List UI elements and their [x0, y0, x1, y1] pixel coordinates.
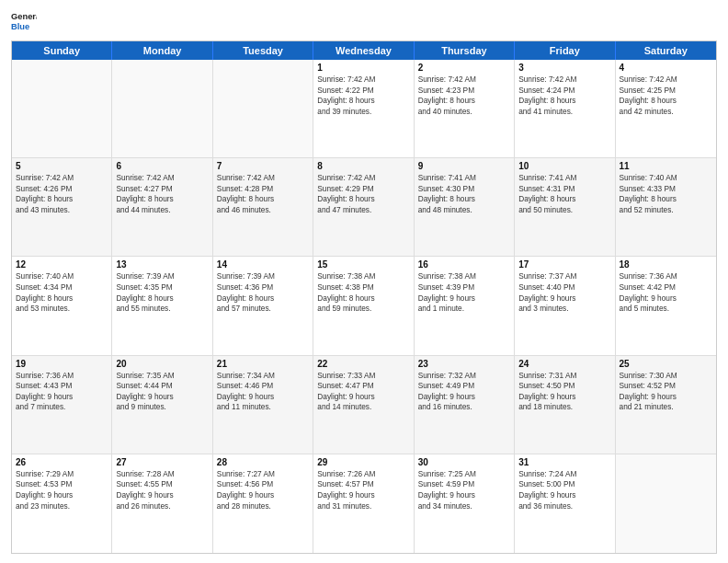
cell-line: Sunset: 4:43 PM — [16, 381, 108, 392]
day-number: 14 — [217, 259, 309, 270]
calendar-cell: 20Sunrise: 7:35 AMSunset: 4:44 PMDayligh… — [112, 356, 212, 454]
cell-line: Sunrise: 7:38 AM — [317, 271, 409, 282]
cell-line: Sunrise: 7:36 AM — [16, 371, 108, 382]
calendar-cell: 18Sunrise: 7:36 AMSunset: 4:42 PMDayligh… — [616, 257, 716, 354]
day-number: 1 — [317, 63, 409, 73]
weekday-header: Friday — [515, 41, 615, 60]
cell-line: Daylight: 8 hours — [317, 194, 409, 205]
cell-line: Daylight: 8 hours — [518, 96, 610, 107]
day-number: 19 — [16, 359, 108, 369]
calendar-cell: 2Sunrise: 7:42 AMSunset: 4:23 PMDaylight… — [415, 60, 515, 157]
weekday-header: Monday — [112, 41, 212, 60]
day-number: 15 — [317, 259, 409, 270]
calendar-cell — [213, 60, 313, 157]
cell-line: Sunrise: 7:34 AM — [217, 371, 309, 382]
cell-line: Daylight: 9 hours — [217, 490, 309, 501]
calendar-cell — [12, 60, 112, 157]
day-number: 28 — [217, 457, 309, 467]
day-number: 20 — [116, 359, 208, 369]
cell-line: and 50 minutes. — [518, 205, 610, 216]
svg-text:Blue: Blue — [11, 22, 29, 31]
cell-line: and 9 minutes. — [116, 402, 208, 413]
cell-line: Sunset: 4:24 PM — [518, 86, 610, 97]
cell-line: Sunset: 4:25 PM — [620, 86, 712, 97]
cell-line: and 59 minutes. — [317, 304, 409, 315]
cell-line: Sunset: 4:49 PM — [418, 381, 510, 392]
calendar-cell: 4Sunrise: 7:42 AMSunset: 4:25 PMDaylight… — [616, 60, 716, 157]
cell-line: Sunset: 4:26 PM — [16, 184, 108, 195]
calendar-cell: 22Sunrise: 7:33 AMSunset: 4:47 PMDayligh… — [313, 356, 414, 454]
cell-line: Sunrise: 7:42 AM — [620, 75, 712, 86]
day-number: 24 — [518, 359, 610, 369]
calendar-cell — [112, 60, 212, 157]
day-number: 13 — [116, 259, 208, 270]
cell-line: Daylight: 8 hours — [217, 293, 309, 304]
calendar-cell: 9Sunrise: 7:41 AMSunset: 4:30 PMDaylight… — [415, 158, 515, 256]
cell-line: and 36 minutes. — [518, 501, 610, 512]
cell-line: Sunset: 4:38 PM — [317, 282, 409, 293]
cell-line: Sunset: 4:57 PM — [317, 479, 409, 490]
cell-line: and 5 minutes. — [620, 304, 712, 315]
cell-line: Daylight: 9 hours — [217, 392, 309, 403]
cell-line: and 11 minutes. — [217, 402, 309, 413]
calendar-cell: 31Sunrise: 7:24 AMSunset: 5:00 PMDayligh… — [515, 454, 615, 553]
cell-line: and 1 minute. — [418, 304, 510, 315]
calendar-cell: 14Sunrise: 7:39 AMSunset: 4:36 PMDayligh… — [213, 257, 313, 354]
day-number: 8 — [317, 161, 409, 171]
logo-icon: General Blue — [11, 9, 37, 35]
calendar-cell: 10Sunrise: 7:41 AMSunset: 4:31 PMDayligh… — [515, 158, 615, 256]
cell-line: Sunrise: 7:40 AM — [620, 173, 712, 184]
cell-line: Sunrise: 7:31 AM — [518, 371, 610, 382]
cell-line: Daylight: 8 hours — [116, 293, 208, 304]
cell-line: Sunset: 4:46 PM — [217, 381, 309, 392]
cell-line: Sunset: 4:34 PM — [16, 282, 108, 293]
day-number: 10 — [518, 161, 610, 171]
calendar-cell: 17Sunrise: 7:37 AMSunset: 4:40 PMDayligh… — [515, 257, 615, 354]
cell-line: Daylight: 8 hours — [518, 194, 610, 205]
weekday-header: Tuesday — [213, 41, 313, 60]
cell-line: Daylight: 9 hours — [418, 293, 510, 304]
cell-line: and 43 minutes. — [16, 205, 108, 216]
day-number: 27 — [116, 457, 208, 467]
calendar-cell: 19Sunrise: 7:36 AMSunset: 4:43 PMDayligh… — [12, 356, 112, 454]
cell-line: and 42 minutes. — [620, 107, 712, 118]
cell-line: Sunrise: 7:36 AM — [620, 271, 712, 282]
cell-line: and 46 minutes. — [217, 205, 309, 216]
cell-line: and 16 minutes. — [418, 402, 510, 413]
cell-line: Daylight: 8 hours — [16, 194, 108, 205]
cell-line: Sunset: 4:39 PM — [418, 282, 510, 293]
cell-line: Sunrise: 7:41 AM — [518, 173, 610, 184]
cell-line: Daylight: 8 hours — [620, 96, 712, 107]
cell-line: and 18 minutes. — [518, 402, 610, 413]
cell-line: Daylight: 9 hours — [418, 490, 510, 501]
cell-line: Sunrise: 7:37 AM — [518, 271, 610, 282]
cell-line: Daylight: 8 hours — [317, 96, 409, 107]
cell-line: Sunset: 4:40 PM — [518, 282, 610, 293]
day-number: 23 — [418, 359, 510, 369]
cell-line: Daylight: 9 hours — [620, 392, 712, 403]
calendar-cell: 11Sunrise: 7:40 AMSunset: 4:33 PMDayligh… — [616, 158, 716, 256]
calendar-row: 26Sunrise: 7:29 AMSunset: 4:53 PMDayligh… — [12, 454, 716, 553]
cell-line: and 3 minutes. — [518, 304, 610, 315]
cell-line: Sunset: 4:22 PM — [317, 86, 409, 97]
cell-line: Daylight: 8 hours — [620, 194, 712, 205]
cell-line: and 14 minutes. — [317, 402, 409, 413]
day-number: 29 — [317, 457, 409, 467]
calendar-row: 1Sunrise: 7:42 AMSunset: 4:22 PMDaylight… — [12, 60, 716, 158]
cell-line: Sunset: 4:31 PM — [518, 184, 610, 195]
calendar: SundayMondayTuesdayWednesdayThursdayFrid… — [11, 40, 717, 554]
cell-line: and 53 minutes. — [16, 304, 108, 315]
cell-line: Sunset: 4:59 PM — [418, 479, 510, 490]
cell-line: Sunrise: 7:42 AM — [418, 75, 510, 86]
weekday-header: Thursday — [415, 41, 515, 60]
weekday-header: Sunday — [12, 41, 112, 60]
cell-line: Sunrise: 7:40 AM — [16, 271, 108, 282]
cell-line: Sunrise: 7:33 AM — [317, 371, 409, 382]
cell-line: Sunrise: 7:42 AM — [16, 173, 108, 184]
calendar-cell: 25Sunrise: 7:30 AMSunset: 4:52 PMDayligh… — [616, 356, 716, 454]
cell-line: and 7 minutes. — [16, 402, 108, 413]
calendar-cell: 28Sunrise: 7:27 AMSunset: 4:56 PMDayligh… — [213, 454, 313, 553]
cell-line: Sunset: 4:55 PM — [116, 479, 208, 490]
calendar-cell: 15Sunrise: 7:38 AMSunset: 4:38 PMDayligh… — [313, 257, 414, 354]
header: General Blue — [11, 9, 717, 35]
